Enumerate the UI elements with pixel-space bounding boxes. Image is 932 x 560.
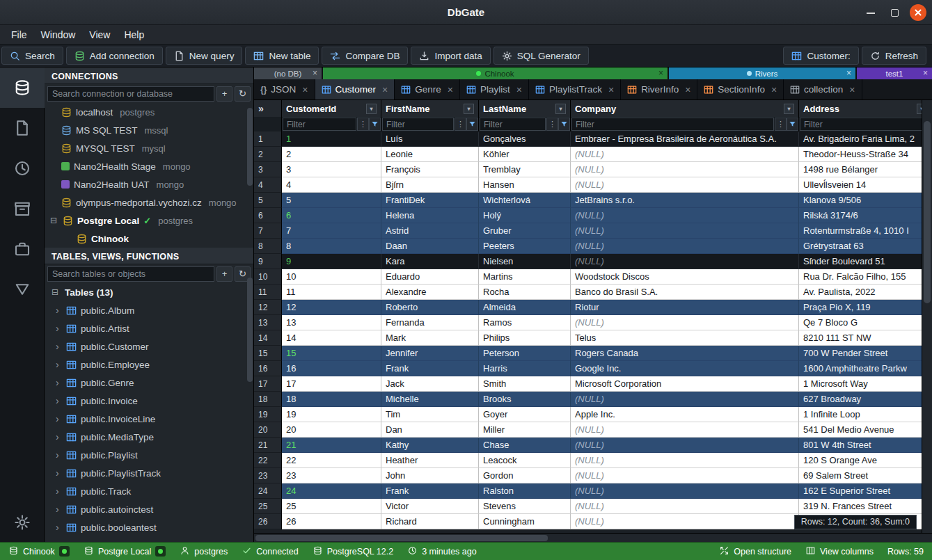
grid-cell[interactable]: 1498 rue Bélanger (799, 162, 932, 177)
grid-cell[interactable]: Miller (479, 422, 571, 438)
grid-cell[interactable]: Victor (381, 499, 479, 514)
row-number[interactable]: 6 (254, 208, 282, 223)
grid-cell[interactable]: 13 (282, 315, 381, 330)
table-row[interactable]: 33FrançoisTremblay(NULL)1498 rue Bélange… (254, 162, 932, 177)
column-header-lastname[interactable]: LastName▾ (479, 100, 571, 117)
grid-cell[interactable]: 16 (282, 361, 381, 376)
menu-help[interactable]: Help (117, 27, 151, 42)
grid-cell[interactable]: Ralston (479, 483, 571, 499)
grid-cell[interactable]: 20 (282, 422, 381, 438)
chevron-down-icon[interactable]: ▾ (366, 104, 377, 114)
table-public-playlist[interactable]: ›public.Playlist (45, 446, 253, 464)
tab-json[interactable]: {}JSON× (254, 79, 315, 99)
close-tab-icon[interactable]: × (302, 84, 308, 95)
row-number[interactable]: 18 (254, 392, 282, 407)
grid-cell[interactable]: Smith (479, 376, 571, 392)
row-number[interactable]: 1 (254, 131, 282, 147)
grid-cell[interactable]: Martins (479, 269, 571, 285)
row-number[interactable]: 7 (254, 223, 282, 239)
chevron-right-icon[interactable]: › (56, 431, 62, 442)
grid-cell[interactable]: Qe 7 Bloco G (799, 315, 932, 330)
table-row[interactable]: 2222HeatherLeacock(NULL)120 S Orange Ave (254, 453, 932, 468)
rail-archive-icon[interactable] (0, 189, 45, 229)
close-button[interactable] (910, 4, 926, 21)
connection-mysql-test[interactable]: MYSQL TESTmysql (45, 139, 253, 157)
add-connection-plus-button[interactable]: + (216, 86, 232, 102)
grid-cell[interactable]: 162 E Superior Street (799, 483, 932, 499)
tab-genre[interactable]: Genre× (395, 79, 460, 99)
grid-cell[interactable]: (NULL) (571, 239, 799, 254)
table-public-booleantest[interactable]: ›public.booleantest (45, 518, 253, 536)
rail-file-icon[interactable] (0, 108, 45, 148)
grid-cell[interactable]: Grétrystraat 63 (799, 239, 932, 254)
close-tab-icon[interactable]: × (771, 84, 777, 95)
table-row[interactable]: 11LuísGonçalvesEmbraer - Empresa Brasile… (254, 131, 932, 147)
grid-cell[interactable]: 9 (282, 254, 381, 269)
grid-cell[interactable]: Microsoft Corporation (571, 376, 799, 392)
rail-briefcase-icon[interactable] (0, 229, 45, 269)
close-tab-icon[interactable]: × (516, 84, 522, 95)
grid-cell[interactable]: 7 (282, 223, 381, 239)
chevron-right-icon[interactable]: › (56, 449, 62, 461)
collapse-icon[interactable]: ⊟ (52, 287, 60, 297)
grid-cell[interactable]: Gruber (479, 223, 571, 239)
tab-group-no-db[interactable]: (no DB)× (254, 67, 322, 79)
filter-menu-icon[interactable]: ⋮ (775, 118, 787, 131)
grid-cell[interactable]: 4 (282, 177, 381, 193)
filter-funnel-icon[interactable] (369, 118, 381, 131)
rail-history-icon[interactable] (0, 148, 45, 189)
grid-cell[interactable]: Wichterlová (479, 193, 571, 208)
grid-cell[interactable]: 541 Del Medio Avenue (799, 422, 932, 438)
grid-cell[interactable]: 14 (282, 330, 381, 346)
grid-cell[interactable]: Gordon (479, 468, 571, 483)
row-number[interactable]: 15 (254, 346, 282, 361)
column-header-address[interactable]: Address▾ (799, 100, 932, 117)
grid-cell[interactable]: 1600 Amphitheatre Parkw (799, 361, 932, 376)
grid-cell[interactable]: (NULL) (571, 514, 799, 529)
toolbar-refresh-button[interactable]: Refresh (862, 47, 926, 65)
grid-cell[interactable]: John (381, 468, 479, 483)
chevron-right-icon[interactable]: › (56, 323, 62, 334)
tab-group-test1[interactable]: test1× (857, 67, 932, 79)
row-number[interactable]: 4 (254, 177, 282, 193)
row-number[interactable]: 16 (254, 361, 282, 376)
row-number[interactable]: 22 (254, 453, 282, 468)
close-tab-icon[interactable]: × (849, 84, 855, 95)
grid-cell[interactable]: Frank (381, 483, 479, 499)
row-number[interactable]: 23 (254, 468, 282, 483)
grid-cell[interactable]: Ullevĺlsveien 14 (799, 177, 932, 193)
connection-olympus-medportal-vychozi-cz[interactable]: olympus-medportal.vychozi.czmongo (45, 193, 253, 211)
grid-cell[interactable]: Alexandre (381, 285, 479, 300)
menu-file[interactable]: File (4, 27, 34, 42)
row-number[interactable]: 24 (254, 483, 282, 499)
vertical-scrollbar[interactable] (922, 100, 932, 533)
table-row[interactable]: 2121KathyChase(NULL)801 W 4th Street (254, 438, 932, 453)
grid-cell[interactable]: Holý (479, 208, 571, 223)
table-row[interactable]: 1010EduardoMartinsWoodstock DiscosRua Dr… (254, 269, 932, 285)
grid-cell[interactable]: Stevens (479, 499, 571, 514)
table-row[interactable]: 2424FrankRalston(NULL)162 E Superior Str… (254, 483, 932, 499)
row-number[interactable]: 12 (254, 300, 282, 315)
grid-cell[interactable]: Chase (479, 438, 571, 453)
grid-cell[interactable]: Tremblay (479, 162, 571, 177)
grid-cell[interactable]: 18 (282, 392, 381, 407)
statusbar-postgre-local[interactable]: Postgre Local (84, 546, 166, 557)
grid-cell[interactable]: 23 (282, 468, 381, 483)
grid-cell[interactable]: Roberto (381, 300, 479, 315)
statusbar-chinook[interactable]: Chinook (8, 546, 70, 557)
row-number[interactable]: 9 (254, 254, 282, 269)
rail-settings-icon[interactable] (0, 503, 45, 542)
grid-cell[interactable]: Köhler (479, 147, 571, 162)
grid-cell[interactable]: (NULL) (571, 147, 799, 162)
grid-cell[interactable]: (NULL) (571, 499, 799, 514)
table-row[interactable]: 1111AlexandreRochaBanco do Brasil S.A.Av… (254, 285, 932, 300)
grid-cell[interactable]: 15 (282, 346, 381, 361)
filter-input-company[interactable] (571, 118, 774, 131)
maximize-button[interactable] (886, 4, 903, 21)
grid-cell[interactable]: Richard (381, 514, 479, 529)
row-number[interactable]: 14 (254, 330, 282, 346)
grid-cell[interactable]: Telus (571, 330, 799, 346)
table-row[interactable]: 66HelenaHolý(NULL)Rilská 3174/6 (254, 208, 932, 223)
grid-cell[interactable]: Kathy (381, 438, 479, 453)
add-table-plus-button[interactable]: + (216, 266, 232, 282)
